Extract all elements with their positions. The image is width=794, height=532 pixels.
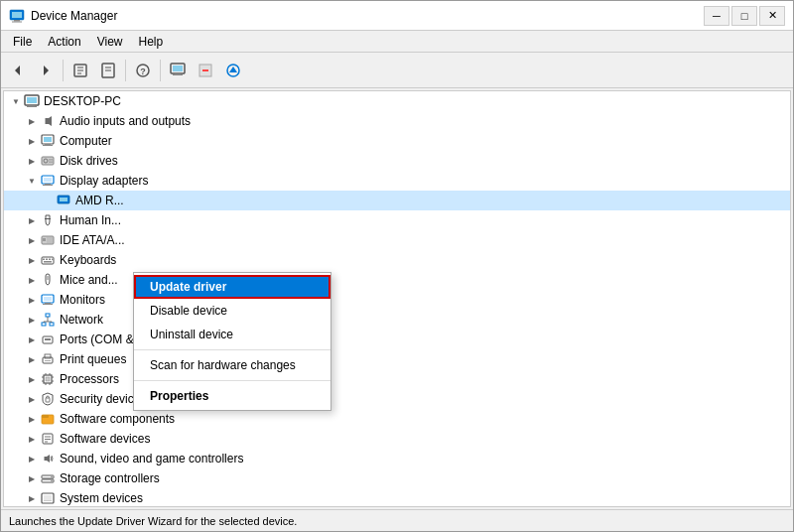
tree-item-network[interactable]: ▶ Network: [4, 310, 790, 330]
tree-view[interactable]: ▼ DESKTOP-PC ▶: [3, 90, 791, 507]
toolbar-properties[interactable]: [67, 58, 93, 83]
tree-item-sound-label: Sound, video and game controllers: [60, 452, 243, 466]
context-menu-disable-device[interactable]: Disable device: [134, 299, 331, 323]
print-icon: [40, 351, 56, 367]
context-properties-label: Properties: [150, 389, 208, 403]
tree-item-storage-label: Storage controllers: [60, 471, 160, 485]
toolbar: ?: [1, 53, 793, 88]
menu-file[interactable]: File: [5, 33, 40, 51]
context-separator-1: [134, 349, 331, 350]
close-button[interactable]: ✕: [759, 6, 785, 26]
toolbar-monitor[interactable]: [165, 58, 191, 83]
toolbar-sep-3: [160, 60, 161, 81]
tree-item-display-label: Display adapters: [60, 174, 148, 188]
svg-rect-16: [173, 66, 183, 71]
tree-item-swdev[interactable]: ▶ Software devices: [4, 429, 790, 449]
svg-rect-2: [14, 20, 20, 22]
svg-point-67: [47, 338, 49, 340]
svg-rect-83: [46, 398, 50, 402]
network-expand: ▶: [24, 312, 40, 328]
tree-item-security[interactable]: ▶ Security devices: [4, 389, 790, 409]
svg-rect-51: [52, 259, 54, 261]
tree-item-swdev-label: Software devices: [60, 432, 150, 446]
storage-expand: ▶: [24, 470, 40, 486]
security-expand: ▶: [24, 391, 40, 407]
toolbar-something[interactable]: [95, 58, 121, 83]
menu-help[interactable]: Help: [131, 33, 172, 51]
context-menu-update-driver[interactable]: Update driver: [134, 275, 331, 299]
tree-item-storage[interactable]: ▶ Storage controllers: [4, 468, 790, 488]
svg-rect-71: [45, 360, 51, 361]
sysdev-expand: ▶: [24, 490, 40, 506]
tree-item-monitors[interactable]: ▶ Monitors: [4, 290, 790, 310]
svg-rect-29: [45, 144, 51, 145]
status-text: Launches the Update Driver Wizard for th…: [9, 515, 297, 527]
network-icon: [40, 312, 56, 328]
svg-marker-5: [44, 66, 49, 75]
svg-marker-22: [229, 66, 237, 72]
svg-rect-38: [43, 185, 53, 186]
amd-icon: [56, 193, 71, 208]
tree-item-keyboard[interactable]: ▶ Keyboards: [4, 250, 790, 270]
svg-rect-25: [29, 105, 35, 106]
proc-icon: [40, 371, 56, 387]
title-bar-text: Device Manager: [31, 9, 704, 23]
menu-view[interactable]: View: [89, 33, 131, 51]
menu-action[interactable]: Action: [40, 33, 88, 51]
maximize-button[interactable]: □: [731, 6, 757, 26]
tree-item-ide[interactable]: ▶ IDE ATA/A...: [4, 230, 790, 250]
toolbar-help[interactable]: ?: [130, 58, 156, 83]
computer-icon: [40, 133, 56, 149]
svg-rect-55: [44, 297, 52, 301]
tree-item-print[interactable]: ▶ Print queues: [4, 349, 790, 369]
toolbar-download[interactable]: [220, 58, 246, 83]
context-disable-label: Disable device: [150, 304, 227, 318]
context-scan-label: Scan for hardware changes: [150, 358, 296, 372]
tree-item-swcomp[interactable]: ▶ Software components: [4, 409, 790, 429]
context-separator-2: [134, 380, 331, 381]
main-content: ▼ DESKTOP-PC ▶: [1, 88, 793, 509]
context-menu-scan[interactable]: Scan for hardware changes: [134, 353, 331, 377]
toolbar-forward[interactable]: [33, 58, 59, 83]
svg-rect-33: [49, 159, 53, 161]
svg-rect-1: [12, 12, 22, 18]
svg-text:?: ?: [140, 66, 146, 76]
context-menu-uninstall-device[interactable]: Uninstall device: [134, 323, 331, 346]
svg-rect-52: [44, 261, 52, 263]
tree-item-amd[interactable]: AMD R...: [4, 191, 790, 210]
tree-root[interactable]: ▼ DESKTOP-PC: [4, 91, 790, 111]
svg-rect-60: [50, 323, 54, 326]
swcomp-expand: ▶: [24, 411, 40, 427]
tree-item-audio[interactable]: ▶ Audio inputs and outputs: [4, 111, 790, 131]
tree-item-mice[interactable]: ▶ Mice and...: [4, 270, 790, 290]
tree-item-sysdev[interactable]: ▶ System devices: [4, 488, 790, 507]
toolbar-blank[interactable]: [193, 58, 218, 83]
svg-rect-3: [12, 21, 22, 22]
menu-bar: File Action View Help: [1, 31, 793, 53]
tree-item-proc[interactable]: ▶ Processors: [4, 369, 790, 389]
toolbar-back[interactable]: [5, 58, 31, 83]
minimize-button[interactable]: ─: [704, 6, 729, 26]
disk-expand: ▶: [24, 153, 40, 169]
context-menu-properties[interactable]: Properties: [134, 384, 331, 408]
svg-rect-74: [46, 377, 50, 381]
keyboard-expand: ▶: [24, 252, 40, 268]
tree-item-amd-label: AMD R...: [75, 194, 124, 207]
tree-item-sound[interactable]: ▶ Sound, video and game controllers: [4, 449, 790, 468]
ports-expand: ▶: [24, 332, 40, 347]
svg-rect-95: [44, 495, 52, 500]
audio-expand: ▶: [24, 113, 40, 129]
svg-rect-24: [27, 97, 37, 103]
tree-item-ports[interactable]: ▶ Ports (COM & LPT): [4, 330, 790, 349]
swcomp-icon: [40, 411, 56, 427]
tree-item-computer[interactable]: ▶ Computer: [4, 131, 790, 151]
title-bar-icon: [9, 8, 25, 24]
svg-rect-26: [27, 106, 37, 107]
tree-item-display[interactable]: ▼ Display adapters: [4, 171, 790, 191]
svg-rect-58: [46, 314, 50, 317]
tree-item-sysdev-label: System devices: [60, 491, 143, 505]
tree-item-hid[interactable]: ▶ Human In...: [4, 210, 790, 230]
svg-rect-41: [45, 218, 51, 219]
svg-rect-49: [46, 259, 48, 261]
tree-item-disk[interactable]: ▶ Disk drives: [4, 151, 790, 171]
